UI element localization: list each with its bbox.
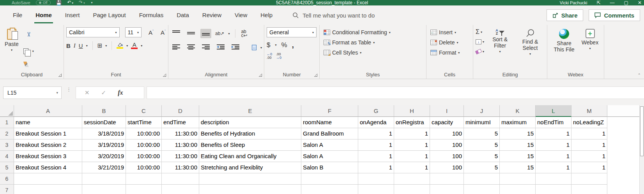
cell-F5[interactable]: Salon B [301, 162, 358, 173]
column-header-E[interactable]: E [199, 105, 301, 117]
comments-button[interactable]: Comments [589, 9, 640, 21]
cell-G6[interactable] [358, 173, 394, 185]
cell-L6[interactable] [536, 173, 571, 185]
comma-style-button[interactable]: , [292, 41, 294, 49]
align-middle-button[interactable] [186, 29, 196, 38]
cell-M6[interactable] [571, 173, 607, 185]
cell-G5[interactable]: 1 [358, 162, 394, 173]
cell-L2[interactable]: 1 [536, 128, 571, 139]
decrease-decimal-button[interactable]: .00 →0 [276, 53, 281, 60]
cell-G3[interactable]: 1 [358, 139, 394, 151]
cell-I7[interactable] [430, 185, 464, 194]
column-header-B[interactable]: B [82, 105, 126, 117]
cell-K2[interactable]: 15 [500, 128, 536, 139]
cell-F1[interactable]: roomName [301, 117, 358, 128]
font-size-combo[interactable]: 11 ▾ [125, 27, 142, 37]
sort-filter-button[interactable]: AZ Sort & Filter ▾ [484, 27, 516, 71]
orientation-dropdown-icon[interactable]: ▾ [228, 32, 230, 35]
alignment-dialog-launcher-icon[interactable] [259, 74, 262, 77]
tab-file[interactable]: File [6, 5, 29, 25]
cell-H4[interactable]: 1 [394, 151, 430, 162]
cell-E1[interactable]: description [199, 117, 301, 128]
cell-C2[interactable]: 10:00:00 [126, 128, 162, 139]
cell-F3[interactable]: Salon A [301, 139, 358, 151]
cell-M4[interactable]: 1 [571, 151, 607, 162]
cell-J6[interactable] [464, 173, 500, 185]
cell-H3[interactable]: 1 [394, 139, 430, 151]
underline-button[interactable]: U [79, 42, 83, 49]
tab-formulas[interactable]: Formulas [133, 5, 170, 25]
row-header-1[interactable]: 1 [0, 117, 14, 128]
cell-M3[interactable]: 1 [571, 139, 607, 151]
cell-G7[interactable] [358, 185, 394, 194]
row-header-6[interactable]: 6 [0, 173, 14, 185]
cell-L7[interactable] [536, 185, 571, 194]
enter-icon[interactable]: ✓ [101, 89, 106, 96]
cell-K3[interactable]: 15 [500, 139, 536, 151]
column-header-I[interactable]: I [430, 105, 464, 117]
cell-A7[interactable] [14, 185, 82, 194]
cell-I5[interactable]: 100 [430, 162, 464, 173]
conditional-formatting-button[interactable]: Conditional Formatting ▾ [322, 27, 424, 37]
cell-I1[interactable]: capacity [430, 117, 464, 128]
column-header-A[interactable]: A [14, 105, 82, 117]
increase-decimal-button[interactable]: ←0 .00 [267, 53, 272, 60]
align-center-button[interactable] [186, 43, 196, 52]
cell-C3[interactable]: 10:00:00 [126, 139, 162, 151]
cell-J4[interactable]: 5 [464, 151, 500, 162]
cell-C5[interactable]: 10:00:00 [126, 162, 162, 173]
cell-D7[interactable] [162, 185, 199, 194]
column-header-F[interactable]: F [301, 105, 358, 117]
cell-M2[interactable]: 1 [571, 128, 607, 139]
formula-input[interactable] [147, 86, 644, 99]
vertical-scrollbar[interactable] [639, 105, 644, 194]
cell-E4[interactable]: Eating Clean and Organically [199, 151, 301, 162]
row-header-3[interactable]: 3 [0, 139, 14, 151]
cell-G1[interactable]: onAgenda [358, 117, 394, 128]
cell-G4[interactable]: 1 [358, 151, 394, 162]
maximize-icon[interactable]: ▢ [624, 0, 628, 5]
merge-center-icon[interactable]: ↔ [252, 45, 257, 50]
share-this-file-button[interactable]: Share This File [550, 27, 579, 71]
cell-K1[interactable]: maximum [500, 117, 536, 128]
bold-button[interactable]: B [66, 42, 71, 49]
cell-K7[interactable] [500, 185, 536, 194]
cell-A3[interactable]: Breakout Session 2 [14, 139, 82, 151]
borders-icon[interactable]: ⊞ [97, 42, 103, 49]
cell-I2[interactable]: 100 [430, 128, 464, 139]
wrap-text-icon[interactable]: abc↩ [241, 30, 247, 37]
cell-B7[interactable] [82, 185, 126, 194]
percent-button[interactable]: % [281, 41, 287, 49]
cell-C1[interactable]: startTime [126, 117, 162, 128]
cell-J2[interactable]: 5 [464, 128, 500, 139]
column-header-G[interactable]: G [358, 105, 394, 117]
cell-L3[interactable]: 1 [536, 139, 571, 151]
cell-J3[interactable]: 5 [464, 139, 500, 151]
cell-K6[interactable] [500, 173, 536, 185]
cell-E7[interactable] [199, 185, 301, 194]
currency-button[interactable]: $ [267, 41, 270, 49]
tab-view[interactable]: View [228, 5, 254, 25]
close-icon[interactable]: ✕ [638, 0, 642, 5]
format-cells-button[interactable]: Format ▾ [429, 48, 471, 58]
font-color-dropdown-icon[interactable]: ▾ [141, 44, 142, 48]
share-button[interactable]: Share [547, 9, 584, 21]
orientation-icon[interactable]: ab↗ [215, 32, 224, 35]
cell-B6[interactable] [82, 173, 126, 185]
cell-F6[interactable] [301, 173, 358, 185]
number-format-combo[interactable]: General ▾ [267, 27, 317, 37]
paste-button[interactable]: Paste ▾ [2, 27, 21, 71]
cell-F7[interactable] [301, 185, 358, 194]
italic-button[interactable]: I [74, 42, 76, 49]
row-header-4[interactable]: 4 [0, 151, 14, 162]
cell-A5[interactable]: Breakout Session 4 [14, 162, 82, 173]
align-right-button[interactable] [200, 43, 211, 52]
cell-B2[interactable]: 3/18/2019 [82, 128, 126, 139]
font-color-button[interactable]: A [131, 42, 138, 49]
font-dialog-launcher-icon[interactable] [163, 74, 166, 77]
merge-center-dropdown-icon[interactable]: ▾ [260, 46, 262, 49]
cell-A2[interactable]: Breakout Session 1 [14, 128, 82, 139]
cell-H2[interactable]: 1 [394, 128, 430, 139]
user-name[interactable]: Vicki Pachucki [560, 0, 587, 5]
webex-button[interactable]: ＋ Webex ▾ [579, 27, 602, 71]
